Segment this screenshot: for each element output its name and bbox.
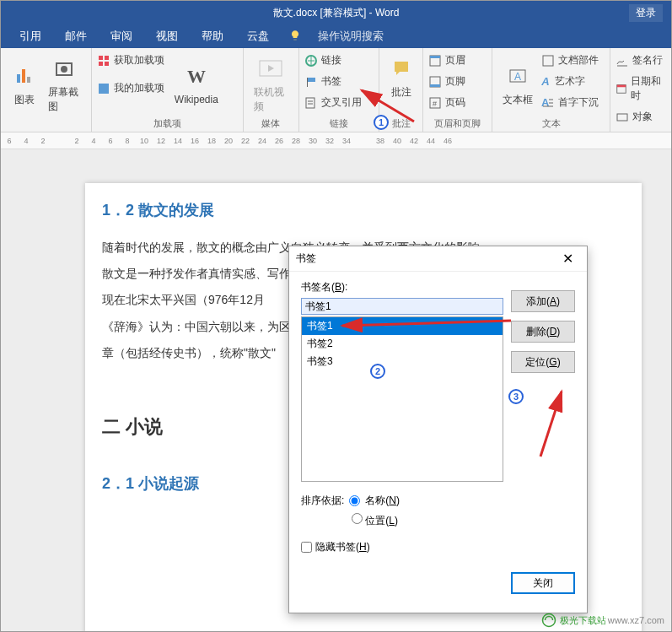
title-bar: 散文.docx [兼容模式] - Word 登录 xyxy=(1,1,671,24)
dialog-title-text: 书签 xyxy=(296,251,316,266)
ribbon: 图表 屏幕截图 获取加载项 我的加载项 W Wikipe xyxy=(1,48,671,132)
svg-text:A: A xyxy=(514,71,521,83)
add-button[interactable]: 添加(A) xyxy=(511,290,575,312)
svg-text:#: # xyxy=(433,100,437,108)
menu-help[interactable]: 帮助 xyxy=(202,29,223,44)
watermark-icon xyxy=(541,613,556,628)
svg-rect-17 xyxy=(430,56,440,58)
media-group-label: 媒体 xyxy=(244,117,298,130)
bookmark-list[interactable]: 书签1 书签2 书签3 xyxy=(301,316,503,482)
tell-me-input[interactable]: 操作说明搜索 xyxy=(318,29,384,44)
svg-rect-2 xyxy=(27,77,30,83)
my-addins-button[interactable]: 我的加载项 xyxy=(97,81,164,95)
svg-rect-1 xyxy=(22,69,25,83)
bookmark-name-input[interactable] xyxy=(301,298,503,315)
svg-rect-24 xyxy=(543,56,553,66)
dropcap-button[interactable]: A 首字下沉 xyxy=(541,95,599,110)
heading-1-2: 1．2 散文的发展 xyxy=(102,200,625,220)
get-addins-button[interactable]: 获取加载项 xyxy=(97,53,164,68)
link-button[interactable]: 链接 xyxy=(304,53,374,68)
window-title: 散文.docx [兼容模式] - Word xyxy=(273,6,400,20)
close-button[interactable]: 关闭 xyxy=(511,572,575,594)
chart-button[interactable]: 图表 xyxy=(6,51,43,117)
delete-button[interactable]: 删除(D) xyxy=(511,321,575,343)
addins-group-label: 加载项 xyxy=(92,117,243,130)
watermark-url: www.xz7.com xyxy=(608,615,664,625)
svg-text:A: A xyxy=(541,96,550,109)
screenshot-label: 屏幕截图 xyxy=(48,85,81,114)
svg-rect-7 xyxy=(99,62,103,66)
wordart-button[interactable]: A 艺术字 xyxy=(541,74,599,89)
links-group-label: 链接 xyxy=(299,117,379,130)
menu-references[interactable]: 引用 xyxy=(19,29,41,44)
svg-rect-14 xyxy=(307,78,308,87)
svg-rect-28 xyxy=(617,114,627,121)
crossref-button[interactable]: 交叉引用 xyxy=(304,95,374,110)
login-button[interactable]: 登录 xyxy=(629,4,663,22)
sort-name-radio[interactable] xyxy=(349,495,360,506)
headerfooter-group-label: 页眉和页脚 xyxy=(423,117,492,130)
svg-point-4 xyxy=(61,66,67,73)
menu-bar: 引用 邮件 审阅 视图 帮助 云盘 操作说明搜索 xyxy=(1,24,671,48)
datetime-button[interactable]: 日期和时 xyxy=(616,74,666,103)
screenshot-button[interactable]: 屏幕截图 xyxy=(43,51,86,117)
menu-mailings[interactable]: 邮件 xyxy=(65,29,87,44)
list-item[interactable]: 书签2 xyxy=(302,335,503,353)
goto-button[interactable]: 定位(G) xyxy=(511,351,575,373)
hidden-bookmarks-label: 隐藏书签(H) xyxy=(315,540,370,554)
sigline-button[interactable]: 签名行 xyxy=(616,53,666,68)
close-icon[interactable]: ✕ xyxy=(556,249,580,268)
svg-rect-5 xyxy=(99,56,103,60)
comment-button[interactable]: 批注 xyxy=(384,51,417,103)
sort-label: 排序依据: xyxy=(301,494,344,508)
parts-button[interactable]: 文档部件 xyxy=(541,53,599,68)
sort-location-label: 位置(L) xyxy=(365,515,398,527)
online-video-button[interactable]: 联机视频 xyxy=(249,51,293,117)
annotation-badge-3: 3 xyxy=(508,389,524,404)
wikipedia-button[interactable]: W Wikipedia xyxy=(169,51,223,117)
menu-review[interactable]: 审阅 xyxy=(110,29,132,44)
svg-marker-11 xyxy=(268,65,274,72)
annotation-badge-1: 1 xyxy=(374,115,389,130)
lightbulb-icon xyxy=(289,30,301,44)
dialog-titlebar[interactable]: 书签 ✕ xyxy=(289,246,587,272)
text-group-label: 文本 xyxy=(492,117,610,130)
svg-rect-15 xyxy=(306,98,314,108)
svg-rect-0 xyxy=(17,74,20,83)
footer-button[interactable]: 页脚 xyxy=(428,74,487,89)
bookmark-dialog: 书签 ✕ 书签名(B): 书签1 书签2 书签3 添加(A) 删除(D) 定位(… xyxy=(288,246,588,613)
list-item[interactable]: 书签1 xyxy=(302,317,503,335)
object-button[interactable]: 对象 xyxy=(616,110,666,124)
textbox-button[interactable]: A 文本框 xyxy=(497,51,538,117)
pagenum-button[interactable]: # 页码 xyxy=(428,95,487,110)
horizontal-ruler[interactable]: 6 4 2 2 4 6 8 10 12 14 16 18 20 22 24 26… xyxy=(1,132,671,149)
bookmark-button[interactable]: 书签 xyxy=(304,74,374,89)
chart-label: 图表 xyxy=(14,93,35,107)
list-item[interactable]: 书签3 xyxy=(302,353,503,370)
header-button[interactable]: 页眉 xyxy=(428,53,487,68)
hidden-bookmarks-checkbox[interactable] xyxy=(301,542,312,553)
sort-location-radio[interactable] xyxy=(352,513,363,524)
svg-rect-9 xyxy=(99,84,109,94)
svg-rect-8 xyxy=(105,62,109,66)
svg-rect-19 xyxy=(430,84,440,87)
menu-view[interactable]: 视图 xyxy=(156,29,178,44)
annotation-badge-2: 2 xyxy=(370,364,385,379)
watermark: 极光下载站 www.xz7.com xyxy=(541,613,664,628)
watermark-text: 极光下载站 xyxy=(560,614,606,627)
menu-cloud[interactable]: 云盘 xyxy=(247,29,269,44)
svg-rect-27 xyxy=(617,85,626,88)
sort-name-label: 名称(N) xyxy=(365,494,400,508)
svg-rect-6 xyxy=(105,56,109,60)
svg-marker-13 xyxy=(307,78,315,82)
